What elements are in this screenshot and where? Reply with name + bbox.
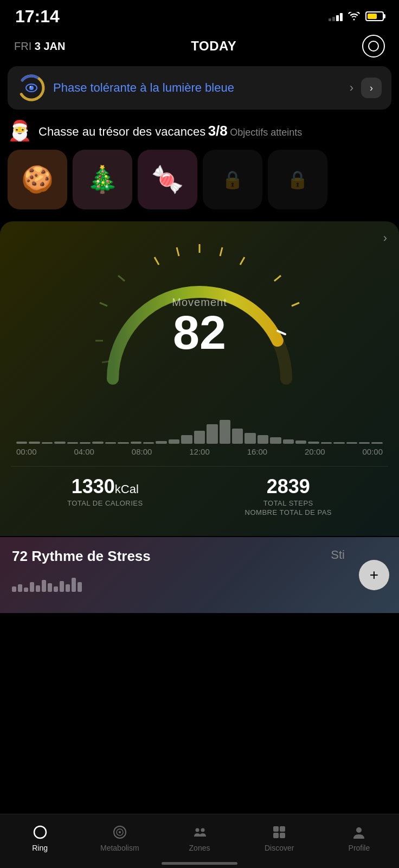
header-date-value: 3 JAN [35,40,66,52]
svg-point-22 [201,828,205,832]
chart-label-5: 20:00 [305,447,325,456]
svg-rect-24 [280,826,285,832]
chart-bar [92,442,103,444]
stress-bar [18,584,22,592]
chart-bar [308,442,319,444]
treasure-hunt-subtitle: Objectifs atteints [230,127,302,138]
battery-fill [368,14,377,19]
stress-bar [66,584,70,592]
badge-christmas-tree[interactable]: 🎄 [73,150,132,209]
nav-item-discover[interactable]: Discover [240,824,319,852]
chart-bar [194,431,205,444]
svg-line-8 [177,247,179,256]
stress-bar [60,581,64,592]
svg-line-15 [102,361,110,362]
chart-label-3: 12:00 [189,447,210,456]
banner-nav-button[interactable]: › [361,78,382,98]
badges-row: 🍪 🎄 🍬 🔒 🔒 [8,150,391,212]
chart-bar [16,442,27,444]
gauge-center-text: Movement 82 [172,296,227,356]
status-icons [329,11,384,21]
svg-rect-23 [273,826,279,832]
chart-label-1: 04:00 [74,447,94,456]
steps-value: 2839 [245,475,332,498]
wifi-icon [348,12,360,21]
chart-bar [131,442,141,444]
ring-nav-icon [31,824,49,841]
badge-locked-2: 🔒 [268,150,327,209]
chart-labels: 00:00 04:00 08:00 12:00 16:00 20:00 00:0… [16,447,383,456]
nav-label-metabolism: Metabolism [100,844,139,852]
svg-point-27 [356,827,362,833]
chart-bar [105,442,116,444]
stress-bar [78,582,82,592]
movement-card[interactable]: › [0,221,399,536]
gauge-container: Movement 82 [11,232,388,406]
zones-nav-icon [191,824,208,841]
chart-bar [346,442,357,444]
banner-chevron-icon: › [350,81,353,95]
svg-line-10 [274,276,281,281]
chart-bar [244,433,255,444]
chart-bar [29,442,40,444]
steps-stat: 2839 TOTAL STEPS NOMBRE TOTAL DE PAS [245,475,332,516]
svg-point-20 [119,831,121,833]
svg-line-12 [118,276,125,281]
status-bar: 17:14 [0,0,399,29]
badge-candy-cane[interactable]: 🍬 [138,150,197,209]
svg-line-13 [100,303,107,306]
treasure-hunt-header: 🎅 Chasse au trésor des vacances 3/8 Obje… [8,119,391,142]
calories-stat: 1330kCal TOTAL DE CALORIES [67,475,143,516]
metabolism-nav-icon [111,824,128,841]
gauge-value: 82 [172,309,227,356]
nav-item-metabolism[interactable]: Metabolism [80,824,159,852]
discover-nav-icon [271,824,288,841]
svg-rect-26 [280,833,285,838]
treasure-hunt-section: 🎅 Chasse au trésor des vacances 3/8 Obje… [0,119,399,219]
chart-bar [42,442,53,444]
chart-bar [181,435,192,444]
chart-bar [143,442,154,444]
stress-truncated-label: Sti [331,548,345,562]
chart-bar [321,442,332,444]
blue-light-icon [17,74,46,102]
chart-bar [283,439,294,444]
blue-light-banner[interactable]: Phase tolérante à la lumière bleue › › [8,66,391,110]
stress-bar [48,583,52,592]
chart-bar [169,439,179,444]
add-button[interactable]: + [359,560,389,590]
badge-gingerbread[interactable]: 🍪 [8,150,67,209]
stress-chart-mini [12,570,387,592]
steps-label1: TOTAL STEPS [245,499,332,507]
calories-value: 1330kCal [67,475,143,498]
nav-item-zones[interactable]: Zones [159,824,239,852]
chart-bar [359,442,370,444]
chart-bar [220,420,230,444]
lock-icon-1: 🔒 [222,169,243,190]
chart-label-2: 08:00 [132,447,152,456]
treasure-hunt-info: Chasse au trésor des vacances 3/8 Object… [38,123,302,139]
candy-cane-icon: 🍬 [151,164,184,195]
camera-button[interactable] [362,35,385,58]
gingerbread-icon: 🍪 [21,164,54,195]
chart-label-4: 16:00 [247,447,268,456]
banner-nav-chevron-icon: › [370,82,373,94]
stress-card[interactable]: 72 Rythme de Stress Sti + [0,537,399,613]
svg-line-11 [292,303,299,306]
svg-line-7 [240,257,244,265]
nav-label-profile: Profile [349,844,370,852]
lock-icon-2: 🔒 [287,169,308,190]
svg-line-6 [220,247,222,256]
time-chart: 00:00 04:00 08:00 12:00 16:00 20:00 00:0… [11,411,388,456]
chart-label-0: 00:00 [16,447,37,456]
signal-bars-icon [329,11,343,21]
chart-bar [67,442,78,444]
nav-item-ring[interactable]: Ring [0,824,80,852]
chart-bar [118,442,128,444]
nav-item-profile[interactable]: Profile [319,824,399,852]
camera-icon [368,41,379,52]
nav-label-zones: Zones [189,844,210,852]
svg-point-4 [30,86,31,87]
plus-icon: + [370,566,378,584]
chart-bar [232,429,243,444]
